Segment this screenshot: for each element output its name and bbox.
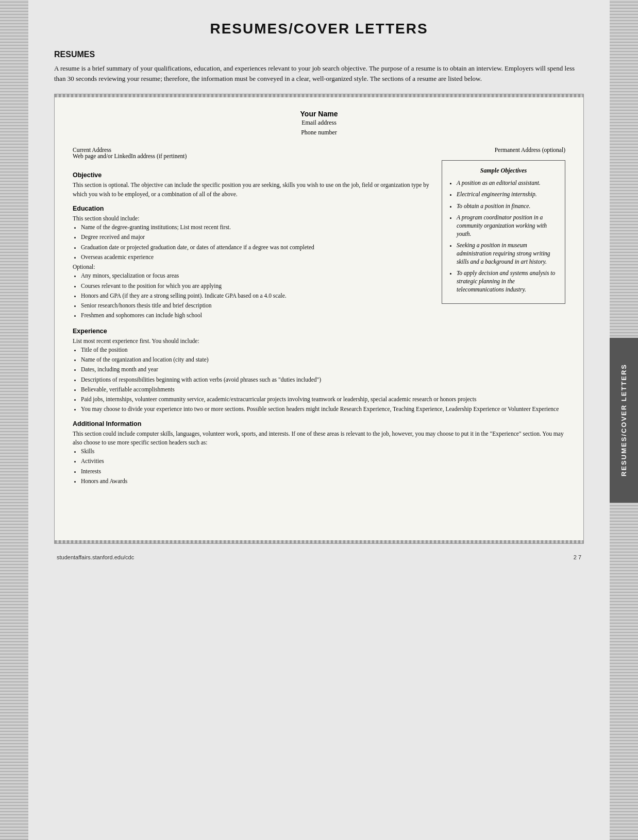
sample-obj-6: To apply decision and systems analysis t… [457, 269, 558, 294]
exp-item-4: Descriptions of responsibilities beginni… [81, 375, 565, 384]
education-item-3: Graduation date or projected graduation … [81, 243, 431, 252]
resume-phone: Phone number [73, 128, 565, 138]
edu-opt-item-2: Courses relevant to the position for whi… [81, 282, 431, 290]
side-tab-label: RESUMES/COVER LETTERS [620, 364, 628, 476]
footer-url: studentaffairs.stanford.edu/cdc [57, 554, 134, 560]
resume-email: Email address [73, 118, 565, 128]
education-heading: Education [73, 205, 431, 212]
objective-heading: Objective [73, 172, 431, 179]
current-address-label: Current Address [73, 147, 187, 153]
exp-item-6: Paid jobs, internships, volunteer commun… [81, 395, 565, 404]
footer: studentaffairs.stanford.edu/cdc 2 7 [54, 554, 584, 560]
exp-item-7: You may choose to divide your experience… [81, 405, 565, 414]
sample-obj-5: Seeking a position in museum administrat… [457, 241, 558, 266]
footer-page: 2 7 [574, 554, 581, 560]
page-title: RESUMES/COVER LETTERS [54, 21, 584, 37]
resume-address-left: Current Address Web page and/or LinkedIn… [73, 147, 187, 159]
education-item-4: Overseas academic experience [81, 253, 431, 262]
exp-item-2: Name of the organization and location (c… [81, 355, 565, 364]
add-item-1: Skills [81, 447, 565, 456]
page-wrapper: RESUMES/COVER LETTERS RESUMES/COVER LETT… [0, 0, 638, 840]
add-item-4: Honors and Awards [81, 477, 565, 486]
add-item-2: Activities [81, 457, 565, 466]
experience-body: List most recent experience first. You s… [73, 337, 565, 414]
objective-text: This section is optional. The objective … [73, 181, 431, 199]
sample-obj-2: Electrical engineering internship. [457, 190, 558, 198]
additional-body: This section could include computer skil… [73, 430, 565, 486]
objective-layout: Objective This section is optional. The … [73, 165, 565, 321]
experience-list: Title of the position Name of the organi… [73, 346, 565, 414]
education-optional-list: Any minors, specialization or focus area… [73, 271, 431, 320]
edu-opt-item-1: Any minors, specialization or focus area… [81, 271, 431, 280]
left-border-decoration [0, 0, 28, 840]
sample-objectives-list: A position as an editorial assistant. El… [449, 179, 558, 294]
resume-document: Your Name Email address Phone number Cur… [54, 94, 584, 544]
edu-opt-item-3: Honors and GPA (if they are a strong sel… [81, 292, 431, 300]
education-intro: This section should include: Name of the… [73, 214, 431, 262]
side-tab: RESUMES/COVER LETTERS [610, 338, 638, 503]
permanent-address-label: Permanent Address (optional) [495, 147, 565, 159]
resume-address-row: Current Address Web page and/or LinkedIn… [73, 147, 565, 159]
add-item-3: Interests [81, 467, 565, 476]
education-list: Name of the degree-granting institutions… [73, 223, 431, 262]
additional-heading: Additional Information [73, 420, 565, 427]
resumes-heading: RESUMES [54, 50, 584, 59]
experience-heading: Experience [73, 328, 565, 335]
resumes-intro: A resume is a brief summary of your qual… [54, 63, 584, 83]
sample-objectives-box: Sample Objectives A position as an edito… [442, 160, 565, 303]
objective-left: Objective This section is optional. The … [73, 165, 431, 321]
education-optional: Optional: Any minors, specialization or … [73, 263, 431, 320]
exp-item-5: Believable, verifiable accomplishments [81, 385, 565, 394]
linkedin-line: Web page and/or LinkedIn address (if per… [73, 153, 187, 159]
sample-obj-1: A position as an editorial assistant. [457, 179, 558, 187]
exp-item-1: Title of the position [81, 346, 565, 354]
main-content: RESUMES/COVER LETTERS RESUMES A resume i… [28, 0, 610, 840]
edu-opt-item-4: Senior research/honors thesis title and … [81, 301, 431, 310]
education-item-1: Name of the degree-granting institutions… [81, 223, 431, 232]
sample-obj-3: To obtain a position in finance. [457, 202, 558, 210]
sample-obj-4: A program coordinator position in a comm… [457, 213, 558, 238]
resume-name: Your Name [73, 110, 565, 118]
resume-header: Your Name Email address Phone number [73, 110, 565, 138]
education-item-2: Degree received and major [81, 233, 431, 242]
edu-opt-item-5: Freshmen and sophomores can include high… [81, 311, 431, 320]
exp-item-3: Dates, including month and year [81, 365, 565, 374]
additional-list: Skills Activities Interests Honors and A… [73, 447, 565, 486]
sample-objectives-title: Sample Objectives [449, 167, 558, 175]
